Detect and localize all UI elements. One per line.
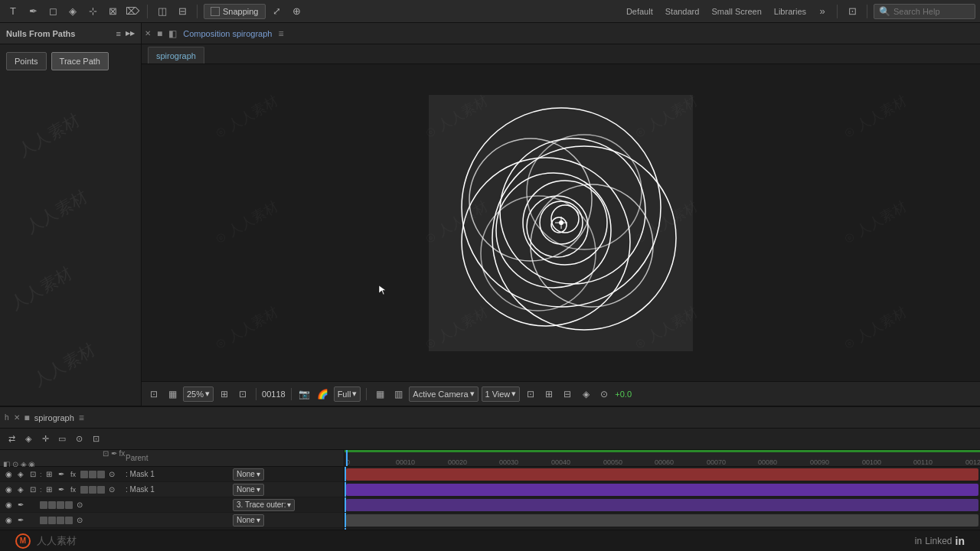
comp-canvas[interactable]: ⊙ 人人素材 ⊙ 人人素材 ⊙ 人人素材 ⊙ 人人素材 ⊙ 人人素材 ⊙ 人人素… [142, 64, 980, 381]
tl-parent-dropdown-2[interactable]: None ▾ [233, 484, 264, 496]
unknown2-tool-icon[interactable]: ⊟ [174, 3, 191, 20]
pen-tool-icon[interactable]: ✒ [24, 3, 41, 20]
tl-circle-icon-2[interactable]: ⊙ [106, 484, 117, 495]
more-workspaces-icon[interactable]: » [814, 3, 831, 20]
tl-anchor-icon-1[interactable]: ⊞ [44, 469, 54, 480]
unknown-tool-icon[interactable]: ◫ [154, 3, 171, 20]
tl-pen-icon-1[interactable]: ✒ [56, 469, 67, 480]
tl-pen-icon-2[interactable]: ✒ [56, 484, 67, 495]
tl-solo-icon-1[interactable]: ◈ [15, 469, 26, 480]
zoom-value: 25% [187, 390, 204, 399]
comp-tab-close[interactable]: ✕ [142, 23, 154, 44]
timeline-tab-close[interactable]: ✕ [14, 413, 20, 422]
watermark-2: 人人素材 [21, 185, 91, 239]
ruler-mark-9: 00090 [810, 458, 829, 466]
small-screen-workspace[interactable]: Small Screen [707, 7, 766, 16]
tl-eye-icon-3[interactable]: ◉ [3, 500, 14, 510]
standard-workspace[interactable]: Standard [661, 7, 704, 16]
grid-icon-1[interactable]: ▦ [372, 386, 387, 402]
comp-option-2[interactable]: ⊞ [541, 386, 557, 402]
tl-col-icons-1 [80, 471, 105, 478]
comp-option-4[interactable]: ◈ [578, 386, 593, 402]
trace-path-button[interactable]: Trace Path [51, 52, 109, 70]
quality-dropdown[interactable]: Full ▾ [334, 386, 361, 402]
default-workspace[interactable]: Default [622, 7, 658, 16]
timeline-tab-icon: ■ [24, 412, 30, 423]
tl-circle-icon-3[interactable]: ⊙ [74, 500, 85, 510]
comp-option-5[interactable]: ⊙ [596, 386, 612, 402]
watermark-3: 人人素材 [6, 262, 76, 315]
tl-anchor-icon-2[interactable]: ⊞ [44, 484, 54, 495]
bottom-watermark-bar: M 人人素材 in Linked in [0, 530, 980, 551]
search-bar[interactable]: 🔍 [874, 4, 975, 19]
bottom-watermark-text: 人人素材 [37, 534, 77, 548]
spirograph-sub-tab[interactable]: spirograph [148, 47, 204, 64]
tl-lock-icon-1[interactable]: ⊡ [28, 469, 38, 480]
zoom-dropdown[interactable]: 25% ▾ [183, 386, 214, 402]
tl-fx-icon-2[interactable]: fx [68, 484, 79, 495]
views-dropdown[interactable]: 1 View ▾ [482, 386, 521, 402]
track-bar-3 [346, 499, 978, 511]
grid-icon-2[interactable]: ▥ [390, 386, 406, 402]
tl-playhead[interactable] [346, 450, 348, 466]
comp-preview-icon[interactable]: ▦ [165, 386, 180, 402]
snapping-button[interactable]: Snapping [204, 4, 266, 19]
snapping-checkbox[interactable] [211, 7, 220, 16]
panel-expand-icon[interactable]: ▸▸ [126, 28, 135, 38]
fit-comp-icon[interactable]: ⊞ [217, 386, 232, 402]
shape-tool-icon[interactable]: ◻ [44, 3, 61, 20]
timeline-menu-icon[interactable]: ≡ [79, 412, 84, 423]
tl-col-icons-3 [40, 501, 73, 509]
comp-view: ✕ ■ ◧ Composition spirograph ≡ spirograp… [142, 23, 980, 406]
motion-path-icon[interactable]: ⊕ [289, 3, 305, 20]
toolbar-separator-3 [837, 5, 838, 18]
roto-tool-icon[interactable]: ⊠ [104, 3, 121, 20]
snapping-label: Snapping [223, 7, 259, 16]
tl-eye-icon-2[interactable]: ◉ [3, 484, 14, 495]
comp-option-3[interactable]: ⊟ [560, 386, 575, 402]
tl-solo-icon-2[interactable]: ◈ [15, 484, 26, 495]
puppet-tool-icon[interactable]: ⊹ [84, 3, 101, 20]
eraser-tool-icon[interactable]: ⌦ [124, 3, 141, 20]
comp-option-1[interactable]: ⊡ [523, 386, 538, 402]
tl-col-box-3c [57, 501, 64, 509]
roi-icon[interactable]: ⊡ [235, 386, 250, 402]
tl-parent-dropdown-3[interactable]: 3. Trace outer: ▾ [233, 499, 295, 511]
watermark-logo-text: M [20, 536, 26, 545]
comp-tab-icon: ■ [157, 28, 162, 39]
tl-draft-icon[interactable]: ◈ [21, 432, 35, 446]
libraries-workspace[interactable]: Libraries [769, 7, 811, 16]
tl-eye-icon-4[interactable]: ◉ [3, 515, 14, 526]
tl-pen-only-icon-3[interactable]: ✒ [15, 500, 26, 510]
comp-tab-menu-icon[interactable]: ≡ [278, 28, 283, 39]
tl-comp-switch-icon[interactable]: ⇄ [5, 432, 18, 446]
tl-col-box-2c [97, 486, 105, 494]
tl-lock-icon-2[interactable]: ⊡ [28, 484, 38, 495]
tl-circle-icon-4[interactable]: ⊙ [74, 515, 85, 526]
tl-label-icon[interactable]: ⊙ [72, 432, 86, 446]
tl-add-icon[interactable]: ✛ [38, 432, 52, 446]
camera-dropdown[interactable]: Active Camera ▾ [409, 386, 478, 402]
tl-pen-only-icon-4[interactable]: ✒ [15, 515, 26, 526]
tl-eye-icon-1[interactable]: ◉ [3, 469, 14, 480]
active-camera-label: Active Camera [413, 390, 468, 399]
watermark-4: 人人素材 [29, 338, 99, 392]
tl-fx-icon-1[interactable]: fx [68, 469, 79, 480]
tl-label-dot-1: : [40, 471, 42, 478]
snap-options-icon[interactable]: ⤢ [269, 3, 286, 20]
points-button[interactable]: Points [6, 52, 47, 70]
type-tool-icon[interactable]: T [5, 3, 21, 20]
color-manage-icon[interactable]: 🌈 [315, 386, 331, 402]
fill-tool-icon[interactable]: ◈ [64, 3, 81, 20]
search-input[interactable] [893, 7, 970, 16]
tl-parent-dropdown-1[interactable]: None ▾ [233, 468, 264, 481]
tl-solo-icon[interactable]: ▭ [55, 432, 69, 446]
monitor-icon[interactable]: ⊡ [844, 3, 861, 20]
tl-parent-dropdown-4[interactable]: None ▾ [233, 514, 264, 527]
panel-area: Nulls From Paths ≡ ▸▸ Points Trace Path … [0, 23, 980, 406]
tl-expression-icon[interactable]: ⊡ [89, 432, 103, 446]
comp-render-icon[interactable]: ⊡ [146, 386, 162, 402]
panel-menu-icon[interactable]: ≡ [116, 29, 121, 38]
tl-circle-icon-1[interactable]: ⊙ [106, 469, 117, 480]
snapshot-icon[interactable]: 📷 [297, 386, 312, 402]
